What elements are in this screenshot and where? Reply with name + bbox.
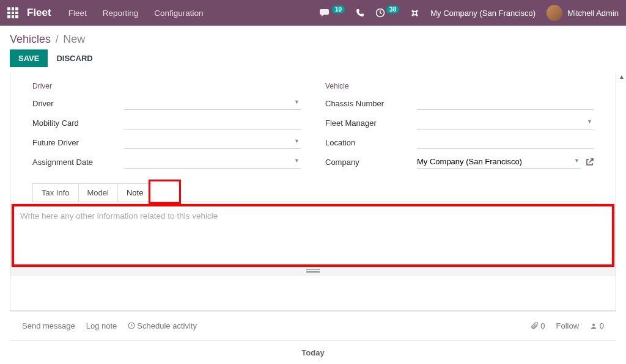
nav-configuration[interactable]: Configuration [154,9,203,18]
nav-fleet[interactable]: Fleet [68,9,87,18]
phone-icon[interactable] [356,9,364,17]
attachments-count: 0 [540,321,545,330]
future-driver-field[interactable] [124,136,301,149]
breadcrumb-current: New [63,33,85,45]
followers-button[interactable]: 0 [590,321,604,330]
company-field[interactable] [417,155,581,169]
svg-point-2 [592,324,595,326]
mobility-card-field[interactable] [124,116,301,129]
future-driver-label: Future Driver [32,138,124,147]
assignment-date-label: Assignment Date [32,158,124,167]
fleet-manager-label: Fleet Manager [325,118,417,128]
action-row: SAVE DISCARD [0,49,626,73]
today-separator: Today [10,340,616,360]
scroll-up-indicator[interactable]: ▲ [619,73,625,80]
tabs: Tax Info Model Note [32,183,594,267]
debug-icon[interactable] [410,9,419,18]
breadcrumb-parent[interactable]: Vehicles [10,33,51,45]
note-textarea[interactable] [14,206,612,263]
schedule-activity-button[interactable]: Schedule activity [128,321,197,330]
discard-button[interactable]: DISCARD [56,54,92,63]
messages-badge: 10 [332,5,345,13]
driver-column: Driver Driver ▼ Mobility Card Future Dri… [32,82,301,175]
apps-icon[interactable] [7,7,18,18]
external-link-icon[interactable] [586,158,594,166]
followers-count: 0 [600,321,604,330]
chassis-field[interactable] [417,96,594,110]
log-note-button[interactable]: Log note [86,321,117,330]
messages-icon[interactable]: 10 [320,8,345,18]
chatter-footer: Send message Log note Schedule activity … [10,311,616,340]
driver-label: Driver [32,99,124,108]
tab-tax-info[interactable]: Tax Info [32,183,79,202]
company-selector[interactable]: My Company (San Francisco) [430,9,536,18]
tab-note[interactable]: Note [117,183,152,202]
follow-button[interactable]: Follow [556,321,580,330]
nav-reporting[interactable]: Reporting [103,9,139,18]
app-brand[interactable]: Fleet [27,7,51,19]
topbar: Fleet Fleet Reporting Configuration 10 3… [0,0,626,26]
tab-model[interactable]: Model [78,183,118,202]
attachments-button[interactable]: 0 [531,321,545,330]
avatar [547,5,562,21]
form-sheet: Driver Driver ▼ Mobility Card Future Dri… [10,73,616,311]
send-message-button[interactable]: Send message [22,321,75,330]
chassis-label: Chassis Number [325,99,417,108]
company-label: Company [325,158,417,167]
vehicle-column: Vehicle Chassis Number Fleet Manager ▼ L… [325,82,594,175]
mobility-card-label: Mobility Card [32,118,124,128]
activities-badge: 38 [386,5,399,13]
driver-section-label: Driver [32,82,301,90]
note-panel-highlight [12,204,614,267]
highlight-annotation [149,180,181,204]
location-label: Location [325,138,417,147]
user-name: Mitchell Admin [567,9,619,18]
breadcrumb-sep: / [56,33,59,45]
assignment-date-field[interactable] [124,155,301,169]
vehicle-section-label: Vehicle [325,82,594,90]
schedule-activity-label: Schedule activity [137,321,197,330]
location-field[interactable] [417,136,594,149]
driver-field[interactable] [124,96,301,110]
save-button[interactable]: SAVE [10,49,48,67]
fleet-manager-field[interactable] [417,116,594,129]
user-menu[interactable]: Mitchell Admin [547,5,619,21]
resize-gripper[interactable] [10,267,616,275]
breadcrumb: Vehicles / New [0,26,626,49]
activities-icon[interactable]: 38 [375,8,399,18]
